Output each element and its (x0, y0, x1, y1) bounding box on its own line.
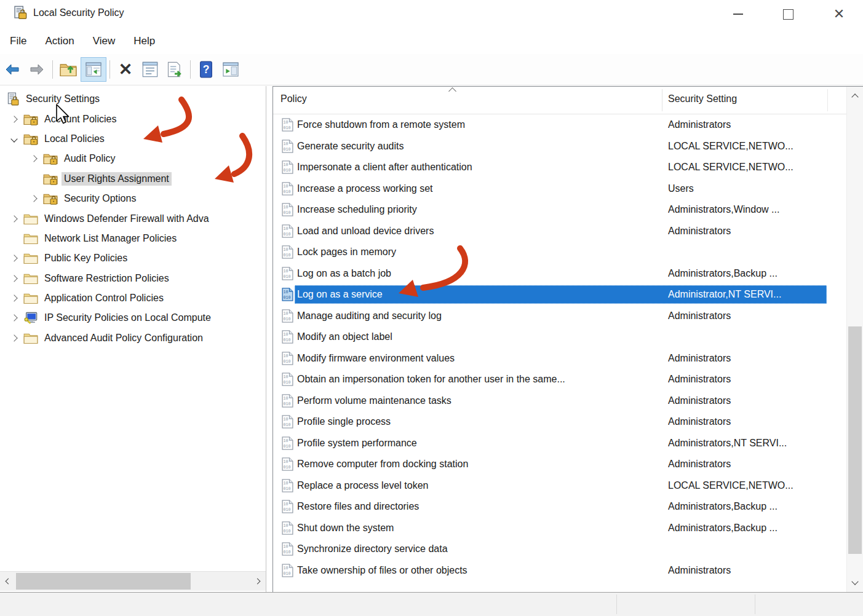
tree-expander[interactable] (25, 192, 43, 205)
policy-row[interactable]: 10010 Take ownership of files or other o… (273, 560, 847, 582)
forward-button[interactable] (25, 58, 49, 81)
tree-expander[interactable] (5, 292, 23, 304)
policy-row-body[interactable]: Impersonate a client after authenticatio… (295, 158, 827, 176)
tree-item-label[interactable]: Public Key Policies (42, 251, 130, 265)
policy-row-body[interactable]: Take ownership of files or other objects… (295, 561, 827, 580)
close-button[interactable]: ✕ (819, 0, 859, 28)
policy-row[interactable]: 10010 Profile system performance Adminis… (273, 433, 847, 454)
scroll-up-button[interactable] (847, 88, 863, 104)
vertical-scrollbar-thumb[interactable] (848, 326, 862, 554)
tree-item-label[interactable]: Advanced Audit Policy Configuration (42, 331, 205, 345)
horizontal-scrollbar-thumb[interactable] (16, 573, 191, 590)
scroll-right-button[interactable] (251, 572, 266, 591)
tree-item[interactable]: Windows Defender Firewall with Adva (0, 208, 266, 228)
policy-row[interactable]: 10010 Replace a process level token LOCA… (273, 475, 847, 497)
tree-item-label[interactable]: Local Policies (42, 132, 107, 146)
tree-expander[interactable] (5, 113, 23, 125)
policy-row-body[interactable]: Increase scheduling priority Administrat… (295, 200, 827, 219)
tree-item[interactable]: Application Control Policies (0, 288, 266, 308)
policy-row-body[interactable]: Increase a process working set Users (295, 180, 827, 198)
policy-row-body[interactable]: Remove computer from docking station Adm… (295, 455, 827, 473)
tree-item[interactable]: Network List Manager Policies (0, 229, 266, 248)
column-header-policy[interactable]: Policy (280, 93, 307, 105)
delete-button[interactable]: ✕ (113, 58, 138, 81)
tree-item-label[interactable]: Network List Manager Policies (42, 232, 179, 245)
policy-row[interactable]: 10010 Log on as a batch job Administrato… (273, 263, 847, 285)
tree-expander[interactable] (5, 252, 23, 264)
policy-row[interactable]: 10010 Manage auditing and security log A… (273, 306, 847, 327)
tree-expander[interactable] (25, 173, 43, 185)
policy-row[interactable]: 10010 Shut down the system Administrator… (273, 518, 847, 539)
policy-row-body[interactable]: Profile system performance Administrator… (295, 434, 827, 452)
policy-row-body[interactable]: Log on as a service Administrator,NT SER… (295, 285, 827, 304)
policy-row[interactable]: 10010 Lock pages in memory (273, 242, 847, 263)
tree-expander[interactable] (5, 312, 23, 324)
tree-item-label[interactable]: Audit Policy (62, 152, 118, 165)
tree-item-label[interactable]: Application Control Policies (42, 291, 166, 305)
policy-row[interactable]: 10010 Generate security audits LOCAL SER… (273, 136, 847, 157)
policy-row-body[interactable]: Obtain an impersonation token for anothe… (295, 370, 827, 389)
tree-expander[interactable] (5, 272, 23, 285)
policy-row-body[interactable]: Perform volume maintenance tasks Adminis… (295, 392, 827, 410)
help-button[interactable]: ? (194, 58, 218, 81)
tree-item[interactable]: IP Security Policies on Local Compute (0, 308, 266, 328)
new-window-button[interactable] (218, 58, 243, 81)
menu-action[interactable]: Action (36, 35, 83, 47)
policy-row[interactable]: 10010 Force shutdown from a remote syste… (273, 114, 847, 136)
maximize-button[interactable] (768, 0, 808, 28)
tree-item[interactable]: Software Restriction Policies (0, 269, 266, 288)
tree-item[interactable]: Local Policies (0, 129, 266, 149)
policy-row[interactable]: 10010 Impersonate a client after authent… (273, 157, 847, 178)
policy-row-body[interactable]: Modify an object label (295, 328, 827, 346)
policy-row-body[interactable]: Log on as a batch job Administrators,Bac… (295, 264, 827, 283)
policy-row-body[interactable]: Manage auditing and security log Adminis… (295, 307, 827, 325)
menu-file[interactable]: File (0, 35, 36, 47)
policy-row[interactable]: 10010 Increase scheduling priority Admin… (273, 199, 847, 221)
tree-item-label[interactable]: IP Security Policies on Local Compute (42, 311, 213, 325)
policy-row[interactable]: 10010 Restore files and directories Admi… (273, 496, 847, 518)
tree-expander[interactable] (25, 152, 43, 165)
up-one-level-button[interactable] (56, 58, 81, 81)
scroll-down-button[interactable] (847, 575, 863, 591)
tree-item-label[interactable]: Software Restriction Policies (42, 272, 172, 285)
policy-row[interactable]: 10010 Profile single process Administrat… (273, 411, 847, 433)
column-divider[interactable] (827, 89, 828, 111)
policy-row[interactable]: 10010 Modify an object label (273, 326, 847, 348)
policy-row-body[interactable]: Modify firmware environment values Admin… (295, 349, 827, 368)
vertical-scrollbar[interactable] (846, 87, 863, 592)
policy-row[interactable]: 10010 Obtain an impersonation token for … (273, 369, 847, 390)
tree-expander[interactable] (5, 133, 23, 145)
horizontal-scrollbar[interactable] (0, 571, 266, 591)
policy-row-body[interactable]: Profile single process Administrators (295, 413, 827, 431)
tree-item[interactable]: User Rights Assignment (0, 169, 266, 189)
policy-row[interactable]: 10010 Log on as a service Administrator,… (273, 284, 847, 306)
policy-row-body[interactable]: Replace a process level token LOCAL SERV… (295, 476, 827, 495)
tree-expander[interactable] (5, 232, 23, 245)
properties-button[interactable] (138, 58, 162, 81)
policy-row[interactable]: 10010 Remove computer from docking stati… (273, 454, 847, 475)
policy-row-body[interactable]: Generate security audits LOCAL SERVICE,N… (295, 137, 827, 156)
column-header-security-setting[interactable]: Security Setting (668, 93, 737, 105)
export-list-button[interactable] (162, 58, 187, 81)
tree-item[interactable]: Audit Policy (0, 149, 266, 168)
policy-row-body[interactable]: Force shutdown from a remote system Admi… (295, 116, 827, 134)
menu-view[interactable]: View (84, 35, 125, 47)
tree-expander[interactable] (5, 213, 23, 225)
column-divider[interactable] (662, 89, 662, 111)
tree-item-label[interactable]: Security Options (62, 192, 138, 205)
policy-row-body[interactable]: Load and unload device drivers Administr… (295, 222, 827, 240)
minimize-button[interactable] (718, 0, 758, 28)
tree-item-label[interactable]: User Rights Assignment (62, 172, 172, 186)
policy-row[interactable]: 10010 Synchronize directory service data (273, 539, 847, 560)
policy-row-body[interactable]: Lock pages in memory (295, 243, 827, 261)
policy-row[interactable]: 10010 Load and unload device drivers Adm… (273, 221, 847, 242)
tree-item[interactable]: Security Options (0, 189, 266, 208)
back-button[interactable] (0, 58, 25, 81)
policy-row[interactable]: 10010 Modify firmware environment values… (273, 348, 847, 369)
tree-item-label[interactable]: Security Settings (23, 92, 102, 106)
tree-item[interactable]: Advanced Audit Policy Configuration (0, 328, 266, 348)
tree-item-label[interactable]: Windows Defender Firewall with Adva (42, 212, 212, 226)
policy-row-body[interactable]: Shut down the system Administrators,Back… (295, 519, 827, 537)
tree-item[interactable]: Security Settings (0, 89, 266, 109)
show-console-tree-button[interactable] (81, 57, 106, 82)
